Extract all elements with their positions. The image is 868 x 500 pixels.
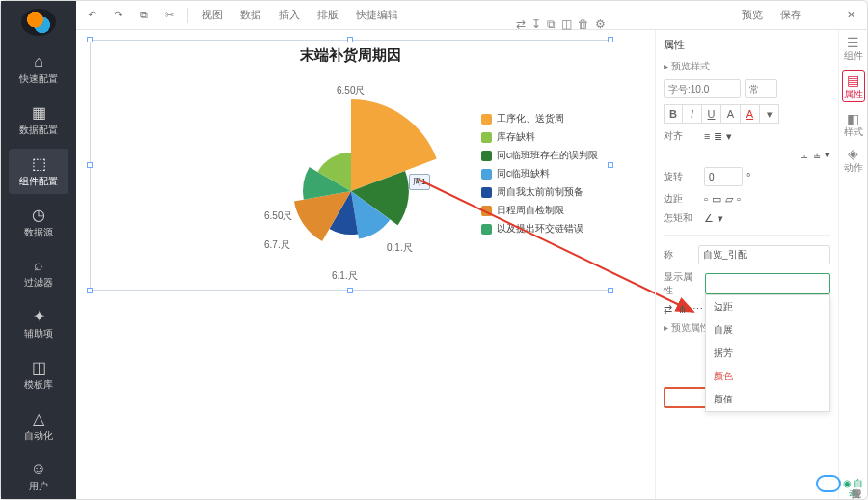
section-preview-style[interactable]: ▸ 预览样式: [664, 60, 830, 73]
component-icon: ⬚: [9, 154, 68, 173]
legend-item[interactable]: 周自我太前前制预备: [481, 185, 598, 199]
menu-insert[interactable]: 插入: [275, 6, 304, 24]
chart-data-label[interactable]: 周1: [409, 174, 430, 190]
resize-handle[interactable]: [347, 288, 353, 293]
resize-handle[interactable]: [347, 37, 353, 42]
sidebar-item-0[interactable]: ⌂快速配置: [9, 47, 68, 92]
undo-button[interactable]: ↶: [84, 7, 100, 23]
sidebar-item-4[interactable]: ⌕过滤器: [9, 251, 68, 295]
divider: [664, 235, 830, 236]
resize-handle[interactable]: [608, 37, 613, 42]
resize-handle[interactable]: [87, 162, 93, 168]
margin-btn-1[interactable]: ▫: [704, 193, 708, 205]
linewrap-label: 怎矩和: [664, 211, 700, 225]
sidebar-item-2[interactable]: ⬚组件配置: [9, 149, 68, 194]
resize-handle[interactable]: [87, 288, 93, 293]
sidebar-item-8[interactable]: ☺用户: [9, 455, 68, 499]
underline-button[interactable]: U: [702, 104, 721, 124]
legend-item[interactable]: 工序化、送货周: [481, 112, 598, 125]
dropdown-option[interactable]: 据芳: [706, 342, 829, 365]
menu-data[interactable]: 数据: [236, 6, 265, 24]
canvas[interactable]: ⇄ ↧ ⧉ ◫ 🗑 ⚙ 末端补货周期因: [76, 30, 655, 499]
menu-layout[interactable]: 排版: [313, 6, 342, 24]
legend-item[interactable]: 同c临班班存在的误判限: [481, 149, 598, 162]
valign-mid-button[interactable]: ⫨: [812, 150, 823, 161]
tool-icon-3[interactable]: ⋯: [692, 303, 703, 316]
legend-item[interactable]: 日程周自检制限: [481, 204, 598, 217]
app-root: ⌂快速配置 ▦数据配置 ⬚组件配置 ◷数据源 ⌕过滤器 ✦辅助项 ◫模板库 △自…: [0, 0, 868, 500]
settings-icon[interactable]: ⚙: [595, 17, 606, 31]
tool-icon-1[interactable]: ⇄: [664, 303, 672, 316]
redo-button[interactable]: ↷: [110, 7, 126, 23]
swap-icon[interactable]: ⇄: [516, 17, 526, 31]
align-center-button[interactable]: ≣: [714, 130, 722, 143]
dropdown-list: 边距 自展 据芳 颜色 颜值: [705, 294, 830, 412]
sidebar-item-5[interactable]: ✦辅助项: [9, 301, 68, 347]
font-color-button[interactable]: A: [741, 104, 760, 124]
resize-handle[interactable]: [608, 288, 613, 293]
legend-item[interactable]: 以及提出环交链错误: [481, 222, 598, 236]
download-icon[interactable]: ↧: [531, 17, 541, 31]
font-a-button[interactable]: A: [721, 104, 741, 124]
legend-item[interactable]: 库存缺料: [481, 130, 598, 144]
tool-rail: ☰组件 ▤属性 ◧样式 ◈动作 ◉ 自动: [838, 30, 867, 499]
props-icon: ▤: [844, 73, 863, 88]
more-button[interactable]: ⋯: [815, 7, 833, 23]
save-button[interactable]: 保存: [776, 6, 805, 24]
layout-icon[interactable]: ◫: [561, 17, 572, 31]
app-logo: [21, 9, 56, 36]
sidebar-item-1[interactable]: ▦数据配置: [9, 97, 68, 143]
align-left-button[interactable]: ≡: [704, 130, 710, 142]
cut-button[interactable]: ✂: [161, 7, 177, 23]
margin-btn-2[interactable]: ▭: [712, 193, 721, 206]
duplicate-icon[interactable]: ⧉: [547, 17, 556, 31]
preview-button[interactable]: 预览: [738, 6, 767, 24]
action-icon: ◈: [844, 147, 863, 161]
tool-icon-2[interactable]: ⋔: [678, 303, 687, 316]
chart-container[interactable]: ⇄ ↧ ⧉ ◫ 🗑 ⚙ 末端补货周期因: [90, 40, 610, 291]
margin-btn-3[interactable]: ▱: [725, 193, 733, 206]
rail-auto-switch[interactable]: ◉ 自动: [839, 478, 867, 499]
dropdown-option[interactable]: 颜值: [706, 388, 829, 411]
top-toolbar: ↶ ↷ ⧉ ✂ 视图 数据 插入 排版 快捷编辑 预览 保存 ⋯ ✕: [76, 1, 867, 30]
showprop-input[interactable]: [705, 273, 830, 294]
linewrap-button[interactable]: ∠: [704, 212, 714, 225]
valign-top-button[interactable]: ⫠: [800, 150, 810, 161]
rail-item-3[interactable]: ◈动作: [844, 147, 863, 172]
font-size-input[interactable]: [664, 79, 741, 98]
assistant-icon[interactable]: [816, 475, 841, 492]
rail-item-0[interactable]: ☰组件: [844, 36, 863, 61]
dropdown-option[interactable]: 自展: [706, 319, 829, 342]
valign-dropdown[interactable]: ▾: [825, 149, 830, 161]
filter-icon: ⌕: [9, 257, 68, 274]
legend-item[interactable]: 同c临班缺料: [481, 167, 598, 181]
menu-view[interactable]: 视图: [198, 6, 227, 24]
slice-label: 6.50尺: [264, 209, 292, 223]
showprop-dropdown[interactable]: 边距 自展 据芳 颜色 颜值: [705, 273, 830, 294]
bold-button[interactable]: B: [664, 104, 683, 124]
content-row: ⇄ ↧ ⧉ ◫ 🗑 ⚙ 末端补货周期因: [76, 30, 867, 499]
dropdown-option[interactable]: 颜色: [706, 365, 829, 388]
sidebar-item-6[interactable]: ◫模板库: [9, 352, 68, 398]
margin-btn-4[interactable]: ▫: [737, 193, 741, 205]
rotate-input[interactable]: [704, 167, 743, 186]
dropdown-option[interactable]: 边距: [706, 295, 829, 319]
name-input[interactable]: [698, 245, 830, 264]
triangle-icon: △: [9, 409, 68, 428]
close-button[interactable]: ✕: [843, 7, 859, 23]
resize-handle[interactable]: [87, 37, 93, 42]
rail-item-2[interactable]: ◧样式: [844, 112, 863, 137]
italic-button[interactable]: I: [683, 104, 702, 124]
sidebar-item-3[interactable]: ◷数据源: [9, 200, 68, 245]
resize-handle[interactable]: [608, 162, 613, 168]
font-style-input[interactable]: [745, 79, 777, 98]
linewrap-dropdown[interactable]: ▾: [718, 212, 723, 225]
sidebar-item-7[interactable]: △自动化: [9, 403, 68, 449]
clock-icon: ◷: [9, 206, 68, 224]
copy-button[interactable]: ⧉: [136, 7, 151, 23]
delete-icon[interactable]: 🗑: [578, 17, 589, 31]
menu-quickedit[interactable]: 快捷编辑: [352, 6, 402, 24]
rail-item-1[interactable]: ▤属性: [842, 70, 865, 101]
font-dropdown-icon[interactable]: ▾: [760, 104, 779, 124]
align-dropdown[interactable]: ▾: [726, 130, 732, 143]
